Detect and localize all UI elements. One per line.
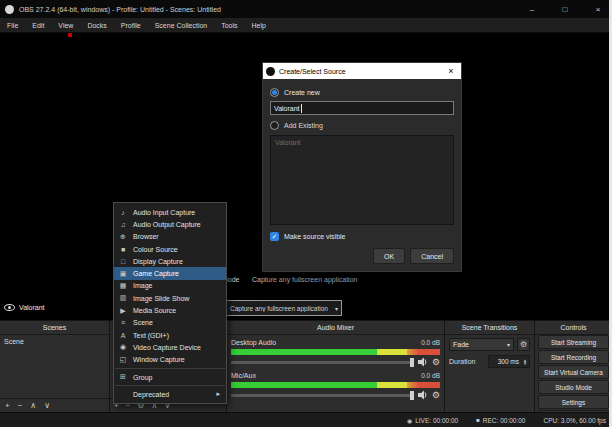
menu-profile[interactable]: Profile (114, 18, 148, 32)
menu-docks[interactable]: Docks (80, 18, 113, 32)
channel-gear-icon[interactable]: ⚙ (432, 358, 440, 367)
menu-file[interactable]: File (0, 18, 25, 32)
menu-item-display-capture[interactable]: □ Display Capture (114, 255, 226, 267)
cpu-text: CPU: 3.0%, 60.00 fps (543, 417, 606, 424)
dropdown-arrow-icon: ▾ (335, 305, 338, 312)
menu-edit[interactable]: Edit (25, 18, 51, 32)
monitor-icon: □ (118, 258, 128, 265)
visible-checkbox[interactable]: ✓ (270, 232, 279, 241)
add-existing-option[interactable]: Add Existing (270, 119, 454, 131)
volume-db: 0.0 dB (421, 372, 440, 379)
menu-item-audio-output-capture[interactable]: ♫ Audio Output Capture (114, 218, 226, 230)
minimize-button[interactable]: – (518, 0, 546, 18)
mixer-channel-desktop-audio: Desktop Audio 0.0 dB ⚙ (227, 337, 444, 368)
dialog-body: Create new Valorant Add Existing Valoran… (263, 79, 461, 271)
eye-visibility-icon[interactable] (4, 304, 15, 311)
volume-meter (231, 349, 440, 355)
spin-down-icon[interactable]: ▾ (521, 362, 529, 365)
menu-bar: File Edit View Docks Profile Scene Colle… (0, 18, 612, 33)
menu-view[interactable]: View (51, 18, 80, 32)
duration-spinbox[interactable]: 300 ms ▴ ▾ (488, 355, 530, 368)
volume-meter (231, 382, 440, 388)
window-icon: ◱ (118, 356, 128, 364)
start-streaming-button[interactable]: Start Streaming (538, 335, 609, 349)
menu-separator (115, 385, 225, 386)
existing-source-item[interactable]: Valorant (271, 136, 453, 149)
transition-select[interactable]: Fade ▾ (449, 338, 514, 351)
volume-db: 0.0 dB (421, 339, 440, 346)
volume-slider[interactable] (231, 394, 414, 397)
speaker-icon: ♫ (118, 221, 128, 228)
window-title: OBS 27.2.4 (64-bit, windows) - Profile: … (19, 6, 513, 13)
menu-item-window-capture[interactable]: ◱ Window Capture (114, 354, 226, 366)
remove-scene-button[interactable]: − (18, 402, 23, 410)
channel-gear-icon[interactable]: ⚙ (432, 391, 440, 400)
menu-item-game-capture[interactable]: ▣ Game Capture (114, 267, 226, 279)
radio-create-new[interactable] (270, 88, 279, 97)
rec-text: REC: 00:00:00 (483, 417, 526, 424)
menu-item-browser[interactable]: ⊕ Browser (114, 231, 226, 243)
controls-title: Controls (535, 321, 612, 335)
add-source-context-menu: ♪ Audio Input Capture ♫ Audio Output Cap… (113, 202, 227, 404)
menu-item-video-capture-device[interactable]: ◉ Video Capture Device (114, 341, 226, 353)
dropdown-arrow-icon: ▾ (507, 341, 510, 348)
add-scene-button[interactable]: + (5, 402, 10, 410)
start-recording-button[interactable]: Start Recording (538, 350, 609, 364)
scenes-toolbar: + − ∧ ∨ (0, 398, 109, 412)
existing-sources-list[interactable]: Valorant (270, 135, 454, 225)
settings-button[interactable]: Settings (538, 395, 609, 409)
menu-item-image[interactable]: ▦ Image (114, 280, 226, 292)
menu-item-group[interactable]: ⊞ Group (114, 371, 226, 383)
make-source-visible-option[interactable]: ✓ Make source visible (270, 230, 454, 242)
speaker-icon[interactable] (418, 357, 428, 367)
slider-handle[interactable] (410, 358, 414, 367)
transition-gear-button[interactable]: ⚙ (517, 338, 530, 351)
studio-mode-button[interactable]: Studio Mode (538, 380, 609, 394)
media-play-icon: ▶ (118, 307, 128, 315)
scene-move-down-button[interactable]: ∨ (44, 402, 50, 410)
dialog-close-button[interactable]: × (441, 63, 461, 79)
menu-item-deprecated[interactable]: Deprecated ▸ (114, 388, 226, 400)
microphone-icon: ♪ (118, 209, 128, 216)
menu-item-image-slide-show[interactable]: ▥ Image Slide Show (114, 292, 226, 304)
ok-button[interactable]: OK (373, 248, 405, 264)
menu-help[interactable]: Help (245, 18, 273, 32)
menu-scene-collection[interactable]: Scene Collection (148, 18, 215, 32)
source-name-input[interactable]: Valorant (270, 101, 454, 115)
source-name-value: Valorant (274, 105, 300, 112)
close-button[interactable]: × (584, 0, 612, 18)
obs-dialog-icon (266, 67, 275, 76)
volume-slider[interactable] (231, 361, 414, 364)
scene-list-item[interactable]: Scene (0, 335, 109, 348)
live-status: ◉ LIVE: 00:00:00 (407, 417, 458, 424)
slider-handle[interactable] (410, 391, 414, 400)
menu-item-media-source[interactable]: ▶ Media Source (114, 304, 226, 316)
dialog-title-bar[interactable]: Create/Select Source × (263, 63, 461, 79)
menu-item-colour-source[interactable]: ■ Colour Source (114, 243, 226, 255)
obs-logo-icon (5, 5, 14, 14)
controls-dock: Controls Start Streaming Start Recording… (535, 320, 612, 412)
obs-window: OBS 27.2.4 (64-bit, windows) - Profile: … (0, 0, 612, 427)
scene-transitions-dock: Scene Transitions Fade ▾ ⚙ Duration 300 … (445, 320, 535, 412)
add-existing-label: Add Existing (284, 122, 323, 129)
source-list-item[interactable]: Valorant (4, 304, 45, 311)
scene-move-up-button[interactable]: ∧ (30, 402, 36, 410)
menu-item-text-gdi[interactable]: A Text (GDI+) (114, 329, 226, 341)
cpu-status: CPU: 3.0%, 60.00 fps (543, 417, 606, 424)
audio-mixer-dock: Audio Mixer Desktop Audio 0.0 dB ⚙ Mic/A… (227, 320, 445, 412)
dialog-title: Create/Select Source (275, 68, 441, 75)
cancel-button[interactable]: Cancel (410, 248, 454, 264)
live-text: LIVE: 00:00:00 (415, 417, 458, 424)
submenu-arrow-icon: ▸ (216, 390, 220, 398)
maximize-button[interactable]: □ (551, 0, 579, 18)
start-virtual-camera-button[interactable]: Start Virtual Camera (538, 365, 609, 379)
menu-item-scene[interactable]: ≡ Scene (114, 317, 226, 329)
radio-add-existing[interactable] (270, 121, 279, 130)
capture-mode-value: Capture any fullscreen application (230, 305, 335, 312)
menu-tools[interactable]: Tools (214, 18, 244, 32)
menu-item-audio-input-capture[interactable]: ♪ Audio Input Capture (114, 206, 226, 218)
speaker-icon[interactable] (418, 390, 428, 400)
capture-mode-combobox[interactable]: Capture any fullscreen application ▾ (226, 300, 342, 316)
create-new-option[interactable]: Create new (270, 86, 454, 98)
camera-icon: ◉ (118, 343, 128, 351)
